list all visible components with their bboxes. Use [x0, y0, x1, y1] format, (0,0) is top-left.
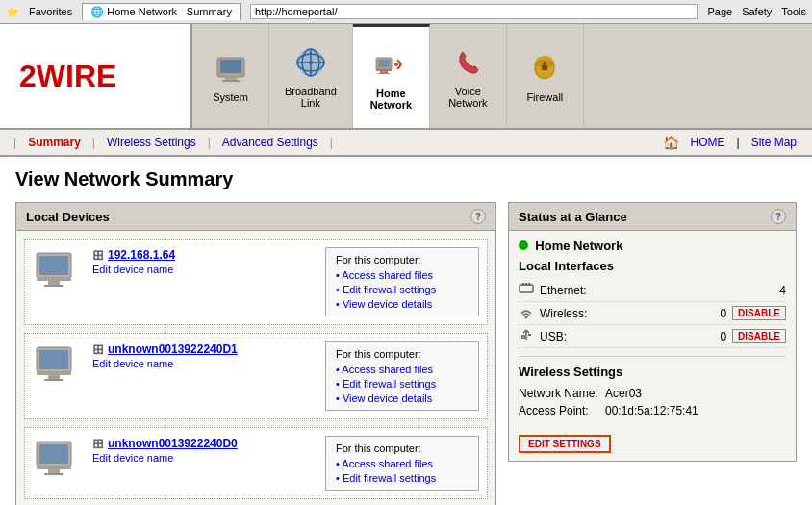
ethernet-label: Ethernet:	[540, 284, 779, 297]
local-devices-panel: Local Devices ? ⊞ 19	[15, 202, 496, 505]
access-shared-files-1[interactable]: Access shared files	[336, 269, 469, 281]
subnav-divider-left: |	[13, 136, 16, 149]
device-ip-link-2[interactable]: unknown0013922240D1	[108, 342, 238, 356]
subnav-summary[interactable]: Summary	[22, 134, 87, 151]
svg-rect-13	[380, 71, 388, 73]
wireless-settings-title: Wireless Settings	[519, 365, 786, 379]
subnav-home-link[interactable]: HOME	[685, 134, 731, 151]
tab-label: Home Network - Summary	[107, 6, 232, 17]
device-name-2: ⊞ unknown0013922240D1	[92, 341, 316, 357]
access-shared-files-3[interactable]: Access shared files	[336, 458, 469, 469]
wireless-icon-small	[519, 305, 534, 321]
usb-label: USB:	[540, 330, 720, 343]
access-point-label: Access Point:	[519, 404, 605, 417]
edit-settings-button[interactable]: EDIT SETTINGS	[519, 435, 611, 453]
logo-text: 2WIRE	[19, 59, 116, 93]
local-interfaces-title: Local Interfaces	[519, 259, 786, 273]
device-info-2: ⊞ unknown0013922240D1 Edit device name	[92, 341, 316, 370]
svg-rect-1	[220, 60, 241, 73]
main-layout: Local Devices ? ⊞ 19	[15, 202, 797, 505]
edit-settings-row: EDIT SETTINGS	[519, 427, 786, 453]
computer-icon-3	[33, 436, 83, 482]
for-label-3: For this computer:	[336, 442, 469, 454]
nav-item-system[interactable]: System	[192, 24, 269, 128]
edit-device-name-1[interactable]: Edit device name	[92, 264, 173, 275]
system-icon	[212, 49, 250, 88]
status-header: Status at a Glance ?	[509, 203, 796, 231]
status-body: Home Network Local Interfaces Ethernet:	[509, 231, 796, 461]
address-bar[interactable]	[250, 4, 698, 19]
edit-firewall-settings-2[interactable]: Edit firewall settings	[336, 378, 469, 390]
subnav-wireless-settings[interactable]: Wireless Settings	[101, 134, 202, 151]
browser-bar: ⭐ Favorites 🌐 Home Network - Summary Pag…	[0, 0, 812, 24]
nav-item-broadband[interactable]: BroadbandLink	[269, 24, 353, 128]
voice-icon	[448, 43, 487, 82]
subnav-sitemap-link[interactable]: Site Map	[746, 134, 802, 151]
svg-rect-23	[48, 281, 60, 285]
svg-rect-31	[39, 444, 68, 464]
svg-rect-33	[48, 469, 60, 473]
wireless-value: 0	[720, 307, 726, 320]
page-menu[interactable]: Page	[707, 6, 732, 17]
home-network-icon	[371, 45, 410, 84]
safety-menu[interactable]: Safety	[742, 6, 772, 17]
svg-point-9	[309, 61, 313, 64]
nav-item-firewall[interactable]: Firewall	[507, 24, 584, 128]
device-ip-link-1[interactable]: 192.168.1.64	[108, 248, 175, 262]
local-devices-help[interactable]: ?	[470, 209, 486, 224]
app-header: 2WIRE System	[0, 24, 812, 130]
svg-rect-2	[225, 77, 237, 80]
subnav-divider-1: |	[92, 136, 95, 149]
svg-rect-26	[39, 350, 68, 369]
view-device-details-1[interactable]: View device details	[336, 298, 469, 310]
green-status-dot	[519, 240, 528, 250]
svg-rect-18	[542, 65, 547, 70]
browser-tab[interactable]: 🌐 Home Network - Summary	[82, 3, 241, 20]
device-links-box-3: For this computer: Access shared files E…	[325, 436, 479, 491]
svg-rect-29	[44, 379, 63, 381]
list-item: ⊞ unknown0013922240D0 Edit device name F…	[24, 427, 488, 499]
nav-label-voice-network: VoiceNetwork	[448, 86, 487, 109]
access-shared-files-2[interactable]: Access shared files	[336, 364, 469, 375]
status-divider	[519, 356, 786, 357]
wireless-disable-button[interactable]: DISABLE	[732, 306, 786, 320]
main-nav: System BroadbandLink	[192, 24, 812, 128]
device-name-3: ⊞ unknown0013922240D0	[92, 436, 316, 451]
tab-icon: 🌐	[90, 6, 104, 17]
svg-rect-36	[522, 283, 524, 286]
page-content: View Network Summary Local Devices ?	[0, 157, 812, 505]
usb-disable-button[interactable]: DISABLE	[732, 329, 786, 343]
edit-firewall-settings-1[interactable]: Edit firewall settings	[336, 284, 469, 295]
svg-rect-12	[376, 69, 392, 71]
usb-icon	[519, 328, 534, 344]
svg-rect-32	[37, 467, 71, 469]
status-help[interactable]: ?	[771, 209, 786, 224]
network-status-row: Home Network	[519, 239, 786, 253]
device-ip-link-3[interactable]: unknown0013922240D0	[108, 437, 238, 450]
ethernet-icon	[519, 282, 534, 298]
device-info-1: ⊞ 192.168.1.64 Edit device name	[92, 247, 316, 276]
nav-item-voice-network[interactable]: VoiceNetwork	[430, 24, 507, 128]
nav-label-system: System	[213, 91, 248, 103]
ethernet-row: Ethernet: 4	[519, 279, 786, 302]
edit-device-name-3[interactable]: Edit device name	[92, 452, 173, 464]
tools-menu[interactable]: Tools	[781, 6, 806, 17]
subnav-divider-home: |	[737, 136, 740, 149]
network-name-label: Network Name:	[519, 387, 605, 400]
subnav-right: 🏠 HOME | Site Map	[663, 134, 802, 151]
page-title: View Network Summary	[15, 168, 797, 190]
sub-nav: | Summary | Wireless Settings | Advanced…	[0, 130, 812, 157]
nav-item-home-network[interactable]: HomeNetwork	[353, 24, 430, 128]
device-links-box-2: For this computer: Access shared files E…	[325, 341, 479, 411]
subnav-advanced-settings[interactable]: Advanced Settings	[216, 134, 324, 151]
device-info-3: ⊞ unknown0013922240D0 Edit device name	[92, 436, 316, 465]
edit-device-name-2[interactable]: Edit device name	[92, 358, 173, 369]
view-device-details-2[interactable]: View device details	[336, 392, 469, 404]
subnav-divider-2: |	[208, 136, 211, 149]
edit-firewall-settings-3[interactable]: Edit firewall settings	[336, 472, 469, 484]
svg-rect-28	[48, 375, 60, 379]
list-item: ⊞ 192.168.1.64 Edit device name For this…	[24, 239, 488, 325]
access-point-row: Access Point: 00:1d:5a:12:75:41	[519, 402, 786, 419]
svg-rect-43	[528, 334, 531, 336]
network-icon-3: ⊞	[92, 436, 104, 451]
